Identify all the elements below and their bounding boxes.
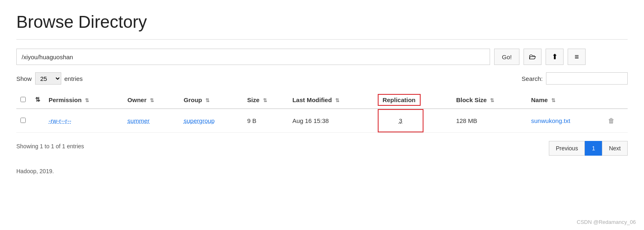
file-table: ⇅ Permission ⇅ Owner ⇅ Group ⇅ Size ⇅ La… (16, 91, 628, 133)
watermark-text: CSDN @Redamancy_06 (577, 219, 636, 225)
block-size-sort-icon: ⇅ (490, 98, 494, 103)
col-group-label: Group (184, 96, 202, 103)
row-block-size-value: 128 MB (456, 117, 477, 124)
col-checkbox (16, 91, 31, 109)
owner-link[interactable]: summer (127, 117, 149, 124)
col-block-size[interactable]: Block Size ⇅ (452, 91, 527, 109)
col-name[interactable]: Name ⇅ (527, 91, 604, 109)
col-owner[interactable]: Owner ⇅ (123, 91, 180, 109)
go-button[interactable]: Go! (494, 49, 519, 65)
page-title: Browse Directory (16, 12, 628, 32)
col-last-modified[interactable]: Last Modified ⇅ (288, 91, 378, 109)
row-replication-value: 3 (399, 117, 402, 124)
row-sort-cell (31, 109, 45, 133)
col-permission-label: Permission (49, 96, 82, 103)
watermark: CSDN @Redamancy_06 (577, 219, 636, 225)
row-last-modified-cell: Aug 16 15:38 (288, 109, 378, 133)
col-group[interactable]: Group ⇅ (180, 91, 243, 109)
list-button[interactable]: ≡ (568, 49, 586, 65)
next-button[interactable]: Next (602, 141, 628, 156)
folder-icon: 🗁 (529, 53, 536, 61)
file-link[interactable]: sunwukong.txt (531, 117, 570, 124)
row-checkbox-cell (16, 109, 31, 133)
controls-row: Show 10 25 50 100 entries Search: (16, 72, 628, 85)
list-icon: ≡ (575, 53, 579, 61)
showing-text: Showing 1 to 1 of 1 entries (16, 143, 84, 150)
row-action-cell: 🗑 (604, 109, 628, 133)
permission-sort-icon: ⇅ (85, 98, 89, 103)
title-divider (16, 39, 628, 40)
page-1-button[interactable]: 1 (585, 141, 602, 156)
row-size-value: 9 B (247, 117, 256, 124)
previous-button[interactable]: Previous (549, 141, 585, 156)
col-size-label: Size (247, 96, 259, 103)
path-input[interactable] (16, 49, 490, 65)
footer: Hadoop, 2019. (16, 168, 628, 174)
name-sort-icon: ⇅ (551, 98, 555, 103)
col-replication-label: Replication (383, 96, 416, 103)
col-block-size-label: Block Size (456, 96, 487, 103)
upload-button[interactable]: ⬆ (546, 49, 564, 65)
show-entries: Show 10 25 50 100 entries (16, 72, 83, 85)
search-input[interactable] (546, 72, 628, 85)
row-block-size-cell: 128 MB (452, 109, 527, 133)
entries-label: entries (65, 75, 83, 82)
permission-link[interactable]: -rw-r--r-- (49, 117, 71, 124)
path-bar: Go! 🗁 ⬆ ≡ (16, 49, 628, 65)
col-sort-all[interactable]: ⇅ (31, 91, 45, 109)
delete-icon[interactable]: 🗑 (608, 117, 615, 124)
table-header-row: ⇅ Permission ⇅ Owner ⇅ Group ⇅ Size ⇅ La… (16, 91, 628, 109)
col-last-modified-label: Last Modified (292, 96, 332, 103)
col-size[interactable]: Size ⇅ (243, 91, 288, 109)
entries-select[interactable]: 10 25 50 100 (35, 72, 61, 85)
row-group-cell: supergroup (180, 109, 243, 133)
search-area: Search: (521, 72, 628, 85)
bottom-row: Showing 1 to 1 of 1 entries Previous 1 N… (16, 136, 628, 156)
last-modified-sort-icon: ⇅ (335, 98, 339, 103)
row-checkbox[interactable] (20, 118, 26, 123)
col-name-label: Name (531, 96, 548, 103)
upload-icon: ⬆ (552, 52, 558, 61)
show-label: Show (16, 75, 32, 82)
pagination: Previous 1 Next (549, 141, 628, 156)
row-permission-cell: -rw-r--r-- (45, 109, 123, 133)
row-size-cell: 9 B (243, 109, 288, 133)
size-sort-icon: ⇅ (263, 98, 267, 103)
search-label: Search: (521, 75, 543, 82)
row-last-modified-value: Aug 16 15:38 (292, 117, 329, 124)
row-name-cell: sunwukong.txt (527, 109, 604, 133)
table-row: -rw-r--r-- summer supergroup 9 B Aug 16 … (16, 109, 628, 133)
folder-button[interactable]: 🗁 (524, 49, 541, 65)
sort-all-icon: ⇅ (35, 96, 40, 103)
row-replication-cell: 3 (378, 109, 452, 133)
footer-text: Hadoop, 2019. (16, 168, 54, 174)
col-replication[interactable]: Replication (378, 91, 452, 109)
col-permission[interactable]: Permission ⇅ (45, 91, 123, 109)
select-all-checkbox[interactable] (20, 97, 26, 102)
group-link[interactable]: supergroup (184, 117, 215, 124)
col-owner-label: Owner (127, 96, 147, 103)
row-owner-cell: summer (123, 109, 180, 133)
group-sort-icon: ⇅ (205, 98, 209, 103)
owner-sort-icon: ⇅ (150, 98, 154, 103)
col-actions (604, 91, 628, 109)
